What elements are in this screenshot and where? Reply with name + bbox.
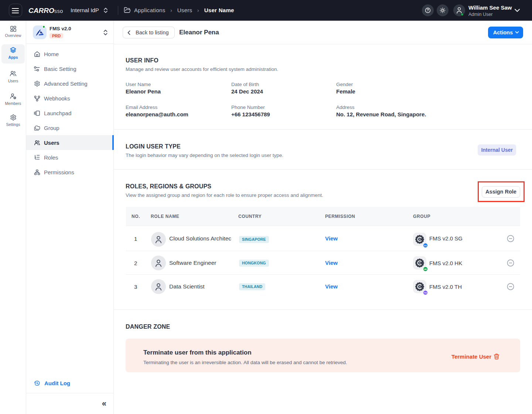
svg-text:S: S (419, 238, 421, 240)
svg-text:S: S (419, 262, 421, 264)
svg-text:S: S (419, 285, 421, 288)
